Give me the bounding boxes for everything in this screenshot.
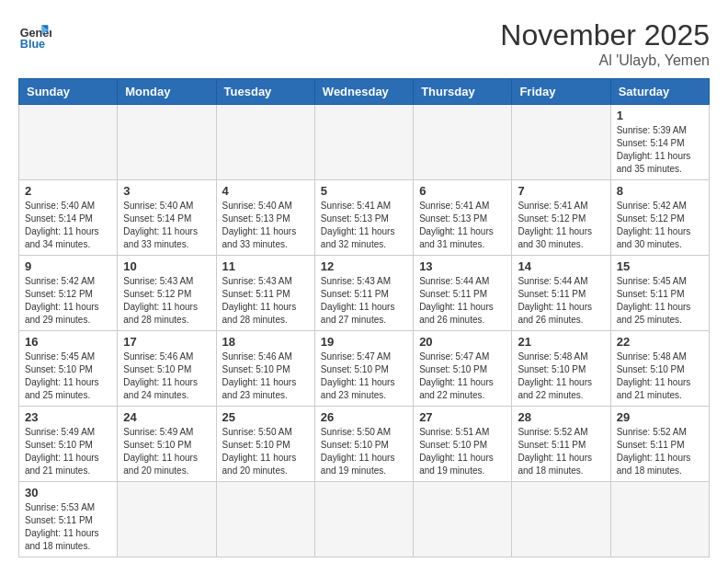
logo-icon: General Blue <box>18 18 51 52</box>
day-number: 22 <box>617 335 703 349</box>
calendar-cell: 11Sunrise: 5:43 AM Sunset: 5:11 PM Dayli… <box>216 256 314 331</box>
calendar-cell <box>118 482 216 557</box>
day-info: Sunrise: 5:51 AM Sunset: 5:10 PM Dayligh… <box>419 426 506 477</box>
day-info: Sunrise: 5:42 AM Sunset: 5:12 PM Dayligh… <box>617 200 703 251</box>
day-info: Sunrise: 5:48 AM Sunset: 5:10 PM Dayligh… <box>518 350 604 402</box>
location-title: Al 'Ulayb, Yemen <box>500 52 710 69</box>
day-number: 30 <box>25 486 111 500</box>
calendar-week-3: 9Sunrise: 5:42 AM Sunset: 5:12 PM Daylig… <box>19 256 710 331</box>
calendar-week-2: 2Sunrise: 5:40 AM Sunset: 5:14 PM Daylig… <box>19 180 710 256</box>
calendar-cell: 17Sunrise: 5:46 AM Sunset: 5:10 PM Dayli… <box>118 331 216 407</box>
calendar-cell <box>314 482 413 557</box>
calendar-cell <box>216 105 314 180</box>
day-info: Sunrise: 5:48 AM Sunset: 5:10 PM Dayligh… <box>617 350 703 402</box>
day-number: 24 <box>123 410 210 424</box>
day-number: 23 <box>25 410 111 424</box>
calendar-cell: 3Sunrise: 5:40 AM Sunset: 5:14 PM Daylig… <box>118 180 216 256</box>
calendar-cell: 12Sunrise: 5:43 AM Sunset: 5:11 PM Dayli… <box>314 256 413 331</box>
calendar-cell: 10Sunrise: 5:43 AM Sunset: 5:12 PM Dayli… <box>118 256 216 331</box>
day-info: Sunrise: 5:43 AM Sunset: 5:12 PM Dayligh… <box>123 275 210 327</box>
day-number: 1 <box>617 109 703 122</box>
calendar-cell: 23Sunrise: 5:49 AM Sunset: 5:10 PM Dayli… <box>19 407 118 482</box>
day-number: 9 <box>25 259 111 273</box>
calendar-cell <box>314 105 413 180</box>
calendar-cell: 1Sunrise: 5:39 AM Sunset: 5:14 PM Daylig… <box>610 105 709 180</box>
calendar-cell: 19Sunrise: 5:47 AM Sunset: 5:10 PM Dayli… <box>314 331 413 407</box>
day-number: 5 <box>321 184 407 198</box>
day-number: 11 <box>222 259 309 273</box>
calendar-cell <box>19 105 118 180</box>
calendar-cell: 5Sunrise: 5:41 AM Sunset: 5:13 PM Daylig… <box>314 180 413 256</box>
day-number: 10 <box>123 259 210 273</box>
calendar-cell: 7Sunrise: 5:41 AM Sunset: 5:12 PM Daylig… <box>512 180 610 256</box>
day-info: Sunrise: 5:43 AM Sunset: 5:11 PM Dayligh… <box>222 275 309 327</box>
calendar-cell: 21Sunrise: 5:48 AM Sunset: 5:10 PM Dayli… <box>512 331 610 407</box>
day-info: Sunrise: 5:41 AM Sunset: 5:13 PM Dayligh… <box>321 200 407 251</box>
col-header-wednesday: Wednesday <box>314 79 413 105</box>
calendar-week-5: 23Sunrise: 5:49 AM Sunset: 5:10 PM Dayli… <box>19 407 710 482</box>
day-info: Sunrise: 5:50 AM Sunset: 5:10 PM Dayligh… <box>222 426 309 477</box>
calendar-cell: 6Sunrise: 5:41 AM Sunset: 5:13 PM Daylig… <box>414 180 512 256</box>
col-header-monday: Monday <box>118 79 216 105</box>
day-info: Sunrise: 5:41 AM Sunset: 5:12 PM Dayligh… <box>518 200 604 251</box>
day-number: 26 <box>321 410 407 424</box>
calendar-cell: 16Sunrise: 5:45 AM Sunset: 5:10 PM Dayli… <box>19 331 118 407</box>
calendar-cell: 22Sunrise: 5:48 AM Sunset: 5:10 PM Dayli… <box>610 331 709 407</box>
calendar-week-1: 1Sunrise: 5:39 AM Sunset: 5:14 PM Daylig… <box>19 105 710 180</box>
day-info: Sunrise: 5:53 AM Sunset: 5:11 PM Dayligh… <box>25 501 111 553</box>
calendar-cell: 18Sunrise: 5:46 AM Sunset: 5:10 PM Dayli… <box>216 331 314 407</box>
day-info: Sunrise: 5:43 AM Sunset: 5:11 PM Dayligh… <box>321 275 407 327</box>
day-number: 25 <box>222 410 309 424</box>
calendar-cell <box>512 482 610 557</box>
day-number: 18 <box>222 335 309 349</box>
calendar-cell: 26Sunrise: 5:50 AM Sunset: 5:10 PM Dayli… <box>314 407 413 482</box>
calendar-cell: 28Sunrise: 5:52 AM Sunset: 5:11 PM Dayli… <box>512 407 610 482</box>
day-number: 15 <box>617 259 703 273</box>
calendar-cell <box>414 482 512 557</box>
day-number: 21 <box>518 335 604 349</box>
calendar-cell: 20Sunrise: 5:47 AM Sunset: 5:10 PM Dayli… <box>414 331 512 407</box>
svg-text:Blue: Blue <box>20 38 45 51</box>
calendar-week-4: 16Sunrise: 5:45 AM Sunset: 5:10 PM Dayli… <box>19 331 710 407</box>
calendar-cell: 9Sunrise: 5:42 AM Sunset: 5:12 PM Daylig… <box>19 256 118 331</box>
day-info: Sunrise: 5:49 AM Sunset: 5:10 PM Dayligh… <box>25 426 111 477</box>
day-number: 20 <box>419 335 506 349</box>
day-info: Sunrise: 5:40 AM Sunset: 5:13 PM Dayligh… <box>222 200 309 251</box>
day-info: Sunrise: 5:40 AM Sunset: 5:14 PM Dayligh… <box>25 200 111 251</box>
calendar: SundayMondayTuesdayWednesdayThursdayFrid… <box>18 78 710 557</box>
day-number: 17 <box>123 335 210 349</box>
col-header-thursday: Thursday <box>414 79 512 105</box>
calendar-cell <box>414 105 512 180</box>
calendar-cell: 30Sunrise: 5:53 AM Sunset: 5:11 PM Dayli… <box>19 482 118 557</box>
day-number: 28 <box>518 410 604 424</box>
calendar-cell: 13Sunrise: 5:44 AM Sunset: 5:11 PM Dayli… <box>414 256 512 331</box>
calendar-cell: 29Sunrise: 5:52 AM Sunset: 5:11 PM Dayli… <box>610 407 709 482</box>
day-info: Sunrise: 5:52 AM Sunset: 5:11 PM Dayligh… <box>518 426 604 477</box>
logo: General Blue <box>18 18 51 52</box>
title-section: November 2025 Al 'Ulayb, Yemen <box>500 18 710 69</box>
calendar-cell <box>512 105 610 180</box>
calendar-cell <box>610 482 709 557</box>
day-info: Sunrise: 5:50 AM Sunset: 5:10 PM Dayligh… <box>321 426 407 477</box>
day-number: 2 <box>25 184 111 198</box>
calendar-cell: 4Sunrise: 5:40 AM Sunset: 5:13 PM Daylig… <box>216 180 314 256</box>
day-number: 3 <box>123 184 210 198</box>
day-number: 8 <box>617 184 703 198</box>
day-number: 4 <box>222 184 309 198</box>
day-number: 13 <box>419 259 506 273</box>
day-info: Sunrise: 5:40 AM Sunset: 5:14 PM Dayligh… <box>123 200 210 251</box>
day-info: Sunrise: 5:42 AM Sunset: 5:12 PM Dayligh… <box>25 275 111 327</box>
day-number: 19 <box>321 335 407 349</box>
day-number: 29 <box>617 410 703 424</box>
calendar-week-6: 30Sunrise: 5:53 AM Sunset: 5:11 PM Dayli… <box>19 482 710 557</box>
col-header-saturday: Saturday <box>610 79 709 105</box>
calendar-cell: 2Sunrise: 5:40 AM Sunset: 5:14 PM Daylig… <box>19 180 118 256</box>
day-number: 16 <box>25 335 111 349</box>
day-info: Sunrise: 5:49 AM Sunset: 5:10 PM Dayligh… <box>123 426 210 477</box>
day-number: 27 <box>419 410 506 424</box>
calendar-cell: 8Sunrise: 5:42 AM Sunset: 5:12 PM Daylig… <box>610 180 709 256</box>
header: General Blue November 2025 Al 'Ulayb, Ye… <box>18 18 710 69</box>
calendar-cell: 14Sunrise: 5:44 AM Sunset: 5:11 PM Dayli… <box>512 256 610 331</box>
calendar-cell: 24Sunrise: 5:49 AM Sunset: 5:10 PM Dayli… <box>118 407 216 482</box>
calendar-cell: 27Sunrise: 5:51 AM Sunset: 5:10 PM Dayli… <box>414 407 512 482</box>
